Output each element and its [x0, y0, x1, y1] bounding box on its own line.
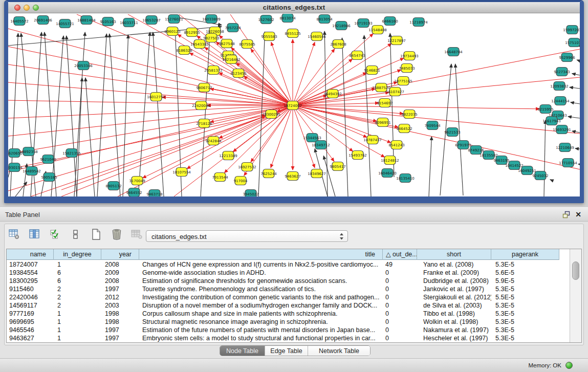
- table-row[interactable]: 969969511998Structural magnetic resonanc…: [7, 318, 559, 326]
- graph-node[interactable]: 8822035: [401, 110, 417, 119]
- graph-node[interactable]: 18135410: [396, 174, 415, 183]
- graph-node[interactable]: 8096951: [375, 118, 390, 127]
- graph-node[interactable]: 18124812: [381, 156, 399, 165]
- graph-node[interactable]: 12093832: [550, 82, 569, 91]
- tab-network-table[interactable]: Network Table: [308, 346, 370, 356]
- graph-node[interactable]: 10653287: [142, 16, 161, 25]
- graph-node[interactable]: 8186328: [176, 46, 192, 55]
- table-row[interactable]: 1830029562008Estimation of significance …: [7, 277, 559, 285]
- graph-node[interactable]: 19218986: [332, 21, 351, 30]
- table-row[interactable]: 946362711997Embryonic stem cells: a mode…: [7, 334, 559, 342]
- graph-node[interactable]: 12213389: [219, 151, 237, 160]
- graph-node[interactable]: 9105163: [100, 17, 116, 26]
- column-header-name[interactable]: name: [7, 249, 54, 260]
- graph-node[interactable]: 3170049: [129, 177, 145, 185]
- table-row[interactable]: 1872400712008Changes of HCN gene express…: [7, 260, 559, 269]
- graph-node[interactable]: 7913544: [212, 173, 228, 182]
- graph-node[interactable]: 1527602: [258, 15, 274, 24]
- graph-node[interactable]: 8455125: [285, 29, 300, 38]
- graph-node[interactable]: 18349627: [308, 169, 326, 178]
- graph-edge[interactable]: [201, 31, 210, 196]
- graph-edge[interactable]: [570, 87, 580, 89]
- column-header-in-degree[interactable]: in_degree: [54, 249, 101, 260]
- graph-node[interactable]: 9827548: [219, 39, 234, 48]
- graph-node[interactable]: 9055583: [261, 32, 277, 41]
- select-all-checks-button[interactable]: [48, 228, 62, 242]
- graph-edge[interactable]: [572, 74, 580, 75]
- column-header-pagerank[interactable]: pagerank: [491, 249, 559, 260]
- graph-node[interactable]: 8813074: [279, 14, 296, 23]
- graph-node[interactable]: 18107554: [172, 168, 191, 177]
- graph-node[interactable]: 8215955: [537, 105, 553, 114]
- graph-node[interactable]: 9805417: [330, 162, 345, 171]
- graph-node[interactable]: 9827503: [203, 34, 219, 42]
- graph-node[interactable]: 9621040: [40, 155, 56, 164]
- graph-edge[interactable]: [85, 78, 95, 196]
- graph-node[interactable]: 7857224: [225, 24, 241, 32]
- row-options-button[interactable]: [69, 228, 83, 242]
- graph-node[interactable]: 9464552: [126, 188, 142, 197]
- graph-node[interactable]: 12444154: [551, 97, 570, 105]
- graph-edge[interactable]: [8, 105, 293, 118]
- graph-node[interactable]: 8123455: [230, 69, 246, 78]
- graph-node[interactable]: 16648784: [444, 48, 463, 56]
- tab-edge-table[interactable]: Edge Table: [265, 346, 308, 356]
- graph-node[interactable]: 9329966: [559, 53, 575, 62]
- column-visibility-button[interactable]: [28, 228, 42, 242]
- graph-edge[interactable]: [123, 35, 128, 196]
- graph-edge[interactable]: [15, 182, 27, 196]
- graph-edge[interactable]: [138, 32, 150, 196]
- window-titlebar[interactable]: citations_edges.txt: [8, 2, 580, 13]
- graph-node[interactable]: 9227343: [554, 68, 570, 76]
- vertical-scrollbar[interactable]: [570, 249, 581, 342]
- graph-node[interactable]: 8075585: [239, 40, 255, 49]
- table-row[interactable]: 1456911722003Disruption of a novel membe…: [7, 301, 559, 310]
- graph-node[interactable]: 15821355: [62, 149, 81, 158]
- graph-node[interactable]: 8905132: [105, 182, 121, 190]
- new-table-button[interactable]: [89, 228, 103, 242]
- graph-node[interactable]: 16033711: [120, 18, 138, 27]
- graph-node[interactable]: 8960123: [164, 27, 180, 36]
- graph-node[interactable]: 7409544: [424, 121, 441, 130]
- graph-node[interactable]: 9464522: [396, 124, 412, 133]
- graph-node[interactable]: 10787437: [363, 136, 382, 144]
- graph-node[interactable]: 9154697: [377, 99, 393, 107]
- table-selector-dropdown[interactable]: citations_edges.txt: [146, 230, 348, 242]
- graph-node[interactable]: 18775165: [394, 77, 412, 85]
- graph-edge[interactable]: [45, 32, 56, 196]
- table-settings-button[interactable]: [7, 228, 21, 242]
- column-header-out-de-[interactable]: △ out_de...: [383, 249, 417, 260]
- column-header-title[interactable]: title: [139, 249, 383, 260]
- table-row[interactable]: 2242004622012Investigating the contribut…: [7, 293, 559, 301]
- graph-node[interactable]: 12210649: [556, 143, 574, 152]
- graph-edge[interactable]: [342, 38, 348, 196]
- graph-node[interactable]: 8541243: [388, 141, 404, 149]
- graph-node[interactable]: 17710554: [559, 159, 577, 167]
- graph-node[interactable]: 2718126: [196, 119, 212, 128]
- graph-edge[interactable]: [77, 78, 82, 196]
- table-row[interactable]: 977716911998Corpus callosum shape and si…: [7, 310, 559, 318]
- graph-node[interactable]: 7485033: [399, 64, 415, 73]
- graph-edge[interactable]: [153, 32, 164, 196]
- table-row[interactable]: 1938455462009Genome-wide association stu…: [7, 269, 559, 277]
- graph-edge[interactable]: [293, 105, 580, 169]
- graph-edge[interactable]: [575, 148, 580, 149]
- graph-edge[interactable]: [568, 117, 580, 118]
- tab-node-table[interactable]: Node Table: [220, 346, 265, 356]
- graph-edge[interactable]: [219, 105, 293, 138]
- graph-node[interactable]: 9806717: [196, 83, 212, 92]
- graph-edge[interactable]: [244, 76, 293, 105]
- delete-attributes-button[interactable]: [110, 228, 124, 242]
- graph-node[interactable]: 15493762: [349, 151, 367, 160]
- graph-node[interactable]: 3945022: [243, 190, 258, 197]
- graph-edge[interactable]: [571, 102, 580, 104]
- graph-node[interactable]: 8454743: [349, 51, 365, 60]
- close-panel-button[interactable]: ✕: [574, 211, 583, 219]
- graph-node[interactable]: 19734493: [400, 52, 419, 60]
- graph-node[interactable]: 14055721: [56, 19, 74, 28]
- graph-node[interactable]: 8930154: [8, 163, 23, 172]
- graph-node[interactable]: 6466160: [382, 17, 398, 26]
- graph-node[interactable]: 20053346: [74, 61, 93, 70]
- graph-edge[interactable]: [364, 35, 371, 196]
- graph-node[interactable]: 2867608: [330, 40, 346, 49]
